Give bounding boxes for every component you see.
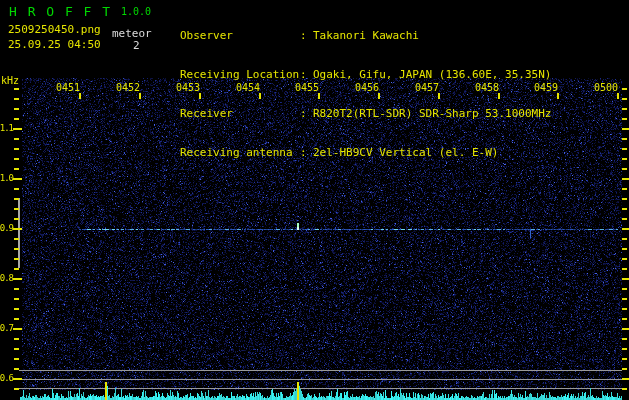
freq-tick-label: 0.8 [0,273,13,283]
app-version: 1.0.0 [121,6,151,17]
app-title: H R O F F T [9,4,112,19]
time-tick-label: 0452 [113,82,140,93]
time-tick-label: 0500 [591,82,618,93]
hrofft-window: H R O F F T 1.0.0 2509250450.png meteor … [0,0,629,400]
station-value: Takanori Kawachi [313,29,419,42]
output-filename: 2509250450.png [8,23,101,36]
time-tick-label: 0451 [53,82,80,93]
meteor-count: 2 [133,39,140,52]
freq-tick-label: 0.7 [0,323,13,333]
time-tick-label: 0455 [292,82,319,93]
station-label: Receiver [180,107,300,120]
station-separator: : [300,146,313,159]
station-value: 2el-HB9CV Vertical (el. E-W) [313,146,498,159]
station-row-antenna: Receiving antenna:2el-HB9CV Vertical (el… [180,146,629,159]
freq-tick-label: 1.0 [0,173,13,183]
station-label: Receiving antenna [180,146,300,159]
station-row-observer: Observer:Takanori Kawachi [180,29,629,42]
station-row-location: Receiving Location:Ogaki, Gifu, JAPAN (1… [180,68,629,81]
freq-tick-label: 1.1 [0,123,13,133]
station-row-receiver: Receiver:R820T2(RTL-SDR) SDR-Sharp 53.10… [180,107,629,120]
station-label: Observer [180,29,300,42]
time-tick-label: 0453 [173,82,200,93]
freq-axis-unit-label: kHz [1,75,19,86]
station-separator: : [300,107,313,120]
time-tick-label: 0457 [412,82,439,93]
station-separator: : [300,68,313,81]
station-value: Ogaki, Gifu, JAPAN (136.60E, 35.35N) [313,68,551,81]
time-tick-label: 0456 [352,82,379,93]
station-separator: : [300,29,313,42]
capture-datetime: 25.09.25 04:50 [8,38,101,51]
time-tick-label: 0458 [472,82,499,93]
station-info: Observer:Takanori Kawachi Receiving Loca… [180,3,629,185]
station-label: Receiving Location [180,68,300,81]
freq-tick-label: 0.6 [0,373,13,383]
time-tick-label: 0459 [531,82,558,93]
time-tick-label: 0454 [233,82,260,93]
mode-label: meteor [112,27,152,40]
freq-tick-label: 0.9 [0,223,13,233]
station-value: R820T2(RTL-SDR) SDR-Sharp 53.1000MHz [313,107,551,120]
